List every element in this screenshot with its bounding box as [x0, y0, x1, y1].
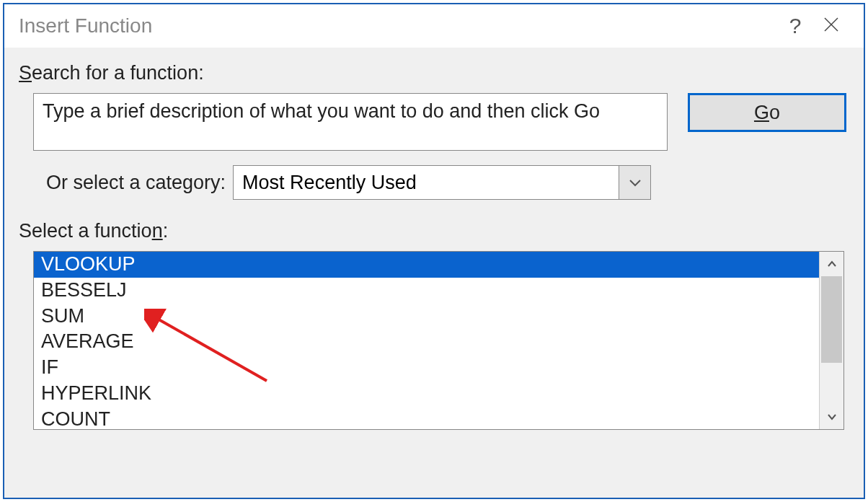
help-button[interactable]: ?: [777, 14, 813, 38]
category-label: Or select a category:: [46, 172, 226, 194]
close-icon[interactable]: [813, 14, 849, 38]
scroll-up-icon[interactable]: [820, 252, 843, 276]
search-input[interactable]: Type a brief description of what you wan…: [33, 93, 668, 151]
scroll-down-icon[interactable]: [820, 405, 843, 429]
dialog-title: Insert Function: [19, 14, 152, 38]
select-function-label: Select a function:: [19, 220, 849, 242]
chevron-down-icon[interactable]: [619, 166, 650, 199]
scrollbar[interactable]: [819, 252, 843, 429]
scroll-track[interactable]: [820, 276, 843, 405]
list-item[interactable]: HYPERLINK: [34, 381, 819, 407]
dialog-content: Search for a function: Type a brief desc…: [4, 48, 864, 498]
list-item[interactable]: VLOOKUP: [34, 252, 819, 278]
list-item[interactable]: BESSELJ: [34, 278, 819, 304]
search-label: Search for a function:: [19, 62, 849, 84]
titlebar: Insert Function ?: [4, 4, 864, 48]
list-item[interactable]: IF: [34, 355, 819, 381]
category-value: Most Recently Used: [234, 172, 619, 194]
scroll-thumb[interactable]: [821, 276, 842, 363]
list-item[interactable]: COUNT: [34, 407, 819, 431]
list-item[interactable]: AVERAGE: [34, 329, 819, 355]
list-item[interactable]: SUM: [34, 304, 819, 330]
go-button[interactable]: Go: [688, 93, 846, 132]
insert-function-dialog: Insert Function ? Search for a function:…: [3, 3, 865, 499]
category-select[interactable]: Most Recently Used: [233, 165, 651, 200]
function-listbox[interactable]: VLOOKUPBESSELJSUMAVERAGEIFHYPERLINKCOUNT: [33, 251, 844, 430]
